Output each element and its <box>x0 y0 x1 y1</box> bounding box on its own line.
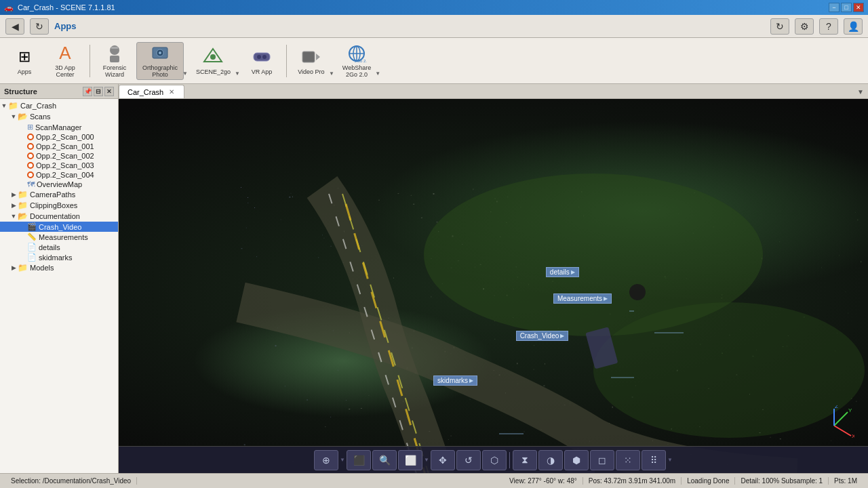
tree-item-camerapaths[interactable]: ▶ 📁 CameraPaths <box>0 189 118 200</box>
measure-button[interactable]: ◻ <box>590 450 614 470</box>
models-icon: 📁 <box>18 263 28 272</box>
skidmarks-annotation[interactable]: skidmarks ▶ <box>433 375 477 386</box>
status-selection-text: Selection: /Documentation/Crash_Video <box>11 477 131 485</box>
svg-point-7 <box>210 54 216 60</box>
tab-car-crash[interactable]: Car_Crash ✕ <box>119 85 184 98</box>
maximize-button[interactable]: □ <box>841 3 852 12</box>
tree-item-models[interactable]: ▶ 📁 Models <box>0 262 118 273</box>
scans-label: Scans <box>30 113 51 121</box>
app-icon: 🚗 <box>4 3 14 12</box>
structure-pin-button[interactable]: 📌 <box>83 87 92 96</box>
structure-header: Structure 📌 ⊟ ✕ <box>0 84 118 99</box>
zoom-button[interactable]: 🔍 <box>372 450 397 470</box>
grid-button[interactable]: ⠿ <box>642 450 666 470</box>
toolbar-ortho[interactable]: OrthographicPhoto <box>136 42 184 80</box>
structure-title: Structure <box>4 87 37 96</box>
tree-item-measurements[interactable]: 📏 Measurements <box>0 232 118 242</box>
toolbar-webshare[interactable]: 2Go 2.0 WebShare2Go 2.0 <box>337 42 376 80</box>
tree-item-crash-video[interactable]: 🎬 Crash_Video <box>0 222 118 232</box>
ortho-icon <box>149 43 171 64</box>
target-arrow[interactable]: ▼ <box>340 457 345 463</box>
orbit-button[interactable]: ↺ <box>456 450 481 470</box>
clip-button[interactable]: ◑ <box>538 450 563 470</box>
expand-documentation[interactable]: ▼ <box>9 212 18 220</box>
tree-item-scanmanager[interactable]: ⊞ ScanManager <box>0 122 118 132</box>
expand-camerapaths[interactable]: ▶ <box>9 190 18 199</box>
webshare-label: WebShare2Go 2.0 <box>342 65 371 79</box>
tabs-expand-button[interactable]: ▼ <box>853 85 868 98</box>
back-button[interactable]: ◀ <box>5 18 24 35</box>
svg-point-9 <box>257 55 261 59</box>
details-annotation[interactable]: details ▶ <box>546 267 579 277</box>
status-detail-text: Detail: 100% Subsample: 1 <box>741 477 823 485</box>
tab-close-button[interactable]: ✕ <box>167 88 176 96</box>
toolbar-scene2go[interactable]: SCENE_2go <box>191 42 236 80</box>
svg-rect-11 <box>302 52 315 62</box>
measurements-annotation[interactable]: Measurements ▶ <box>553 293 612 304</box>
tree-item-scan003[interactable]: Opp.2_Scan_003 <box>0 161 118 170</box>
crash-video-annotation[interactable]: Crash_Video ▶ <box>516 331 569 341</box>
tree-item-scan004[interactable]: Opp.2_Scan_004 <box>0 170 118 180</box>
tree-item-scans[interactable]: ▼ 📂 Scans <box>0 111 118 122</box>
videopro-arrow[interactable]: ▼ <box>329 70 334 77</box>
clippingboxes-label: ClippingBoxes <box>30 201 77 209</box>
expand-clippingboxes[interactable]: ▶ <box>9 201 18 209</box>
ortho-arrow[interactable]: ▼ <box>182 70 188 77</box>
annotate-button[interactable]: ⁙ <box>616 450 640 470</box>
status-view-text: View: 277° -60° w: 48° <box>509 477 577 485</box>
details-icon: 📄 <box>27 243 37 251</box>
statusbar: Selection: /Documentation/Crash_Video Vi… <box>0 473 868 488</box>
expand-models[interactable]: ▶ <box>9 264 18 272</box>
overviewmap-label: OverviewMap <box>37 180 82 188</box>
refresh-button[interactable]: ↻ <box>30 18 49 35</box>
minimize-button[interactable]: − <box>829 3 840 12</box>
tree-item-clippingboxes[interactable]: ▶ 📁 ClippingBoxes <box>0 200 118 211</box>
skidmarks-label: skidmarks <box>39 253 73 262</box>
filter-button[interactable]: ⧗ <box>513 450 537 470</box>
apps-link[interactable]: Apps <box>54 21 77 31</box>
toolbar-apps[interactable]: ⊞ Apps <box>5 42 43 80</box>
region-button[interactable]: ⬜ <box>398 450 422 470</box>
close-button[interactable]: ✕ <box>853 3 864 12</box>
sync-button[interactable]: ↻ <box>770 18 789 35</box>
tree-item-details[interactable]: 📄 details <box>0 242 118 252</box>
target-button[interactable]: ⊕ <box>314 450 338 470</box>
tree-item-overviewmap[interactable]: 🗺 OverviewMap <box>0 180 118 189</box>
status-loading: Loading Done <box>682 477 735 485</box>
structure-close-button[interactable]: ✕ <box>104 87 114 96</box>
videopro-icon <box>300 46 322 68</box>
toolbar-vrapp[interactable]: VR App <box>243 42 281 80</box>
expand-scans[interactable]: ▼ <box>9 113 18 121</box>
scans-folder-icon: 📂 <box>18 112 28 121</box>
walk-button[interactable]: ⬡ <box>482 450 507 470</box>
toolbar-forensic[interactable]: ForensicWizard <box>96 42 134 80</box>
titlebar-left: 🚗 Car_Crash - SCENE 7.1.1.81 <box>4 3 115 12</box>
tree-item-scan002[interactable]: Opp.2_Scan_002 <box>0 151 118 161</box>
structure-settings-button[interactable]: ⊟ <box>94 87 103 96</box>
tree-item-scan000[interactable]: Opp.2_Scan_000 <box>0 132 118 142</box>
user-button[interactable]: 👤 <box>844 18 863 35</box>
toolbar-3dapp[interactable]: A 3D AppCenter <box>46 42 84 80</box>
webshare-arrow[interactable]: ▼ <box>375 70 380 77</box>
pan-button[interactable]: ✥ <box>431 450 455 470</box>
color-button[interactable]: ⬢ <box>564 450 589 470</box>
viewport[interactable]: details ▶ Measurements ▶ Crash_Video ▶ s… <box>119 99 868 473</box>
settings-button[interactable]: ⚙ <box>795 18 814 35</box>
status-pos-text: Pos: 43.72m 3.91m 341.00m <box>589 477 675 485</box>
grid-arrow[interactable]: ▼ <box>667 457 673 463</box>
svg-rect-1 <box>110 56 119 62</box>
tree-item-skidmarks[interactable]: 📄 skidmarks <box>0 252 118 262</box>
select-button[interactable]: ⬛ <box>347 450 371 470</box>
scene2go-arrow[interactable]: ▼ <box>235 70 240 77</box>
expand-scanmanager[interactable] <box>19 123 27 131</box>
tree-item-scan001[interactable]: Opp.2_Scan_001 <box>0 142 118 151</box>
overviewmap-icon: 🗺 <box>27 180 35 188</box>
expand-car-crash[interactable]: ▼ <box>0 102 8 110</box>
toolbar-videopro[interactable]: Video Pro <box>292 42 330 80</box>
3dapp-icon: A <box>54 43 76 64</box>
details-ann-arrow: ▶ <box>571 269 575 275</box>
help-button[interactable]: ? <box>819 18 838 35</box>
tree-item-documentation[interactable]: ▼ 📂 Documentation <box>0 211 118 222</box>
tree-item-car-crash[interactable]: ▼ 📁 Car_Crash <box>0 100 118 111</box>
region-arrow[interactable]: ▼ <box>424 457 429 463</box>
